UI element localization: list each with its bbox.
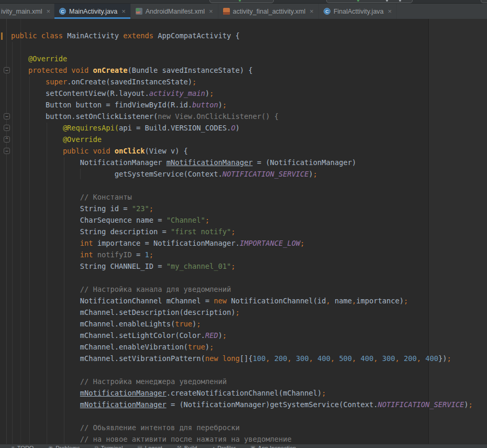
app-inspection-icon: ▣ — [250, 445, 255, 448]
run-configuration-widget[interactable] — [209, 0, 274, 3]
code-line[interactable] — [0, 180, 487, 191]
code-line[interactable]: NotificationChannel mChannel = new Notif… — [0, 295, 487, 307]
tab-finalacttivity-java[interactable]: C FinalActtivity.java × — [319, 4, 397, 19]
tool-window-bar: ≡ TODO ◉ Problems ⧉ Terminal ▤ Logcat ⚒ … — [0, 444, 487, 448]
code-line[interactable]: // Обьявление интентов для переброски — [0, 422, 487, 433]
toolwindow-label: Logcat — [145, 445, 162, 448]
code-line[interactable] — [0, 41, 487, 53]
code-line[interactable]: mChannel.setVibrationPattern(new long[]{… — [0, 353, 487, 364]
toolwindow-logcat[interactable]: ▤ Logcat — [137, 445, 162, 448]
run-icon — [239, 0, 241, 2]
todo-icon: ≡ — [12, 445, 15, 448]
code-line[interactable]: // Настройка менеджера уведомлений — [0, 376, 487, 387]
code-line[interactable] — [0, 364, 487, 376]
device-selector-widget[interactable] — [326, 0, 413, 3]
close-icon[interactable]: × — [209, 8, 213, 15]
code-line[interactable]: @Override — [0, 134, 487, 145]
fold-minus-icon[interactable]: − — [4, 67, 10, 73]
tab-label: AndroidManifest.xml — [146, 8, 205, 15]
code-line[interactable]: // на новое активити после нажатия на ув… — [0, 433, 487, 444]
tab-activity-main-xml[interactable]: ivity_main.xml × — [0, 4, 54, 19]
code-line[interactable]: button.setOnClickListener(new View.OnCli… — [0, 111, 487, 122]
close-icon[interactable]: × — [47, 8, 51, 15]
java-class-icon: C — [324, 8, 330, 15]
toolwindow-label: Profiler — [217, 445, 236, 448]
code-line[interactable]: public void onClick(View v) { — [0, 145, 487, 157]
code-line[interactable]: public class MainActivity extends AppCom… — [0, 30, 487, 41]
code-line[interactable]: mChannel.enableLights(true); — [0, 318, 487, 330]
code-line[interactable]: setContentView(R.layout.activity_main); — [0, 88, 487, 99]
tab-androidmanifest-xml[interactable]: MF AndroidManifest.xml × — [131, 4, 218, 19]
close-icon[interactable]: × — [121, 8, 126, 15]
toolwindow-terminal[interactable]: ⧉ Terminal — [95, 445, 123, 448]
fold-minus-icon[interactable]: − — [4, 125, 10, 131]
code-line[interactable]: CharSequence name = "Channel"; — [0, 214, 487, 226]
toolwindow-label: Build — [184, 445, 197, 448]
code-line[interactable]: mChannel.setLightColor(Color.RED); — [0, 330, 487, 341]
toolwindow-label: Terminal — [101, 445, 123, 448]
code-line[interactable]: mChannel.setDescription(description); — [0, 307, 487, 318]
run-icon — [357, 0, 359, 2]
tab-label: FinalActtivity.java — [334, 8, 384, 15]
code-line[interactable]: protected void onCreate(Bundle savedInst… — [0, 64, 487, 76]
tab-label: MainActivity.java — [69, 8, 117, 15]
logcat-icon: ▤ — [137, 445, 142, 448]
code-line[interactable]: int importance = NotificationManager.IMP… — [0, 237, 487, 249]
toolwindow-profiler[interactable]: ◔ Profiler — [212, 445, 236, 448]
tab-mainactivity-java[interactable]: C MainActivity.java × — [54, 4, 131, 19]
problems-icon: ◉ — [48, 445, 53, 448]
fold-minus-icon[interactable]: − — [4, 113, 10, 119]
toolwindow-build[interactable]: ⚒ Build — [177, 445, 197, 448]
code-line[interactable]: String id = "23"; — [0, 203, 487, 214]
toolwindow-label: TODO — [17, 445, 34, 448]
code-line[interactable]: mChannel.enableVibration(true); — [0, 341, 487, 353]
toolwindow-todo[interactable]: ≡ TODO — [12, 445, 34, 448]
tab-label: ivity_main.xml — [1, 8, 42, 15]
tab-activity-final-acttivity-xml[interactable]: activity_final_acttivity.xml × — [218, 4, 319, 19]
code-line[interactable] — [0, 272, 487, 283]
toolwindow-app-inspection[interactable]: ▣ App Inspection — [250, 445, 296, 448]
build-icon: ⚒ — [177, 445, 182, 448]
toolwindow-label: App Inspection — [258, 445, 296, 448]
code-line[interactable]: String CHANNEL_ID = "my_channel_01"; — [0, 260, 487, 272]
close-icon[interactable]: × — [309, 8, 314, 15]
toolwindow-label: Problems — [56, 445, 80, 448]
code-editor[interactable]: public class MainActivity extends AppCom… — [0, 19, 487, 444]
code-line[interactable]: // Константы — [0, 191, 487, 203]
fold-minus-icon[interactable]: − — [4, 148, 10, 154]
code-line[interactable]: NotificationManager mNotificationManager… — [0, 157, 487, 168]
manifest-file-icon: MF — [136, 8, 142, 15]
toolwindow-problems[interactable]: ◉ Problems — [48, 445, 80, 448]
terminal-icon: ⧉ — [95, 445, 98, 448]
ide-window: ivity_main.xml × C MainActivity.java × M… — [0, 0, 487, 448]
close-icon[interactable]: × — [388, 8, 392, 15]
code-line[interactable]: Button button = findViewById(R.id.button… — [0, 99, 487, 111]
editor-tab-bar: ivity_main.xml × C MainActivity.java × M… — [0, 4, 487, 19]
code-line[interactable] — [0, 410, 487, 422]
code-line[interactable]: int notifyID = 1; — [0, 249, 487, 260]
fold-up-icon[interactable]: ^ — [4, 136, 10, 143]
toolbar-dot-icon — [386, 0, 388, 2]
code-line[interactable]: @RequiresApi(api = Build.VERSION_CODES.O… — [0, 122, 487, 134]
tab-label: activity_final_acttivity.xml — [233, 8, 306, 15]
main-toolbar-strip — [0, 0, 487, 4]
profiler-icon: ◔ — [212, 445, 215, 448]
code-line[interactable]: String description = "first notify"; — [0, 226, 487, 237]
code-line[interactable]: // Настройка канала для уведомлений — [0, 283, 487, 295]
toolbar-widget-fragment[interactable] — [481, 0, 487, 3]
layout-xml-file-icon — [223, 8, 230, 15]
code-line[interactable]: @Override — [0, 53, 487, 64]
code-line[interactable]: getSystemService(Context.NOTIFICATION_SE… — [0, 168, 487, 180]
toolbar-dot-icon — [399, 0, 401, 2]
java-class-icon: C — [59, 8, 66, 15]
code-line[interactable]: mNotificationManager = (NotificationMana… — [0, 399, 487, 410]
code-line[interactable]: super.onCreate(savedInstanceState); — [0, 76, 487, 88]
code-line[interactable]: mNotificationManager.createNotificationC… — [0, 387, 487, 399]
